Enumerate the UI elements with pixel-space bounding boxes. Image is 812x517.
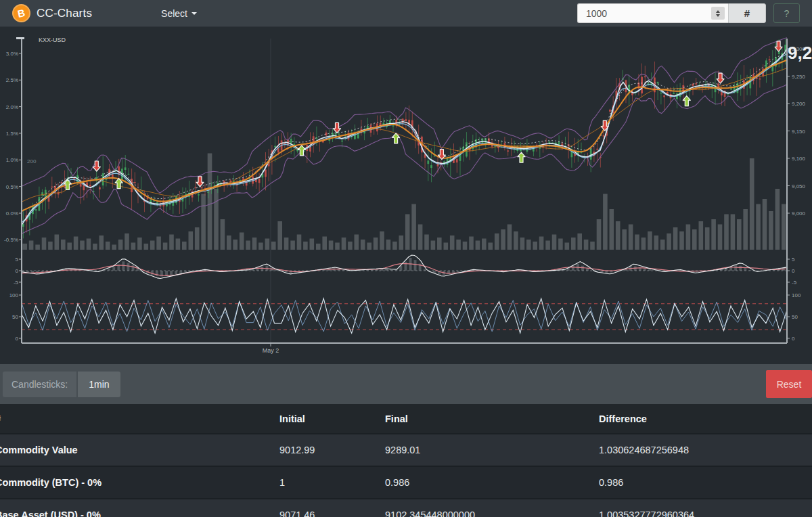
svg-text:100: 100 [792,292,801,298]
table-row: Base Asset (USD) - 0% 9071.46 9102.34544… [0,499,812,517]
svg-text:-5: -5 [792,279,797,286]
svg-text:50: 50 [792,314,798,320]
reset-button[interactable]: Reset [766,370,812,398]
nav-select-dropdown[interactable]: Select [161,8,197,19]
col-header-final: Final [385,404,599,434]
svg-text:0: 0 [792,268,795,274]
svg-text:1.0%: 1.0% [6,157,18,163]
row-final: 9289.01 [385,434,599,466]
row-final: 9102.345448000000 [385,499,599,517]
stepper-down-icon[interactable] [716,14,720,17]
svg-text:9,150: 9,150 [792,129,806,135]
svg-text:2.0%: 2.0% [6,104,18,110]
col-header-difference: Difference [599,404,812,434]
svg-text:May 2: May 2 [263,347,279,354]
svg-text:9,000: 9,000 [792,210,806,217]
interval-button[interactable]: 1min [78,372,120,397]
amount-input-group: # [577,3,766,23]
chart-area: 3.0%2.5%2.0%1.5%1.0%0.5%0.0%-0.5%9,3009,… [0,27,812,364]
svg-text:KXX-USD: KXX-USD [39,37,66,43]
row-label: Base Asset (USD) - 0% [0,499,279,517]
bitcoin-icon: B [12,4,30,22]
svg-text:0.0%: 0.0% [6,210,18,217]
svg-text:3.0%: 3.0% [6,51,18,57]
row-final: 0.986 [385,466,599,499]
navbar-controls: # ? [577,3,807,23]
svg-text:200: 200 [27,158,37,164]
help-button[interactable]: ? [773,3,800,23]
brand-name: CC-Charts [37,7,92,20]
table-row: Commodity (BTC) - 0% 1 0.986 0.986 [0,466,812,499]
svg-text:0: 0 [16,336,19,342]
hash-button[interactable]: # [728,3,766,23]
app-root: B CC-Charts Select # ? 3.0%2.5%2.0%1.5%1… [0,0,812,517]
svg-text:-5: -5 [14,279,19,286]
svg-text:50: 50 [12,314,18,320]
stepper-up-icon[interactable] [716,10,720,13]
row-difference: 1.030624687256948 [599,434,812,466]
results-table: # Initial Final Difference Commodity Val… [0,404,812,517]
bottom-toolbar: Candlesticks: 1min Reset [0,364,812,404]
svg-text:0: 0 [16,268,19,274]
col-header-hash: # [0,404,279,434]
row-initial: 9071.46 [279,499,385,517]
svg-text:100: 100 [9,292,19,298]
navbar: B CC-Charts Select # ? [0,0,812,27]
row-label: Commodity Value [0,434,279,466]
number-stepper[interactable] [711,7,725,20]
svg-text:5: 5 [792,256,795,263]
table-row: Commodity Value 9012.99 9289.01 1.030624… [0,434,812,466]
svg-text:2.5%: 2.5% [6,77,18,83]
svg-text:5: 5 [16,256,19,263]
results-table-wrap: # Initial Final Difference Commodity Val… [0,404,812,517]
row-initial: 1 [279,466,385,499]
bitcoin-letter: B [16,7,26,20]
svg-text:0.5%: 0.5% [6,184,18,190]
col-header-initial: Initial [279,404,385,434]
row-difference: 1.0035327772960364 [599,499,812,517]
svg-text:9,2: 9,2 [788,43,812,63]
price-chart[interactable]: 3.0%2.5%2.0%1.5%1.0%0.5%0.0%-0.5%9,3009,… [0,27,812,364]
row-initial: 9012.99 [279,434,385,466]
svg-text:9,200: 9,200 [792,101,806,107]
svg-text:9,250: 9,250 [792,74,806,80]
brand[interactable]: B CC-Charts [5,4,92,22]
svg-text:1.5%: 1.5% [6,131,18,137]
svg-text:9,100: 9,100 [792,156,806,162]
svg-text:-0.5%: -0.5% [4,237,18,243]
chevron-down-icon [191,12,197,15]
amount-input[interactable] [577,3,728,23]
nav-select-label: Select [161,8,187,19]
row-label: Commodity (BTC) - 0% [0,466,279,499]
svg-text:0: 0 [792,336,795,342]
table-header-row: # Initial Final Difference [0,404,812,434]
candlesticks-label: Candlesticks: [3,372,76,397]
row-difference: 0.986 [599,466,812,499]
svg-text:9,050: 9,050 [792,183,806,189]
